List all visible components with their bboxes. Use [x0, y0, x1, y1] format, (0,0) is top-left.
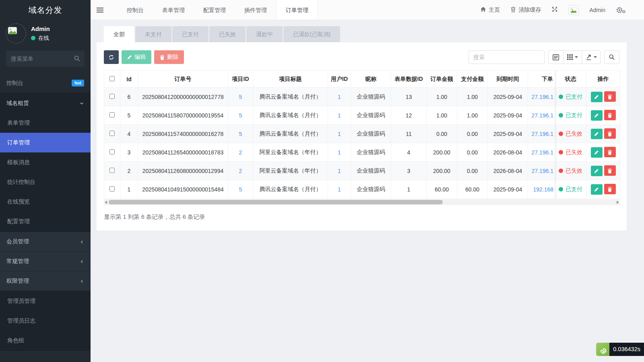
fullscreen-button[interactable] [551, 6, 558, 14]
cell-user-id-link[interactable]: 1 [328, 180, 351, 199]
horizontal-scrollbar[interactable] [104, 199, 620, 205]
column-header-form-data-id[interactable]: 表单数据ID [391, 71, 427, 88]
navbar-username[interactable]: Admin [589, 7, 605, 13]
column-header-project-title[interactable]: 项目标题 [253, 71, 328, 88]
delete-row-button[interactable] [604, 184, 616, 194]
cell-project-id-link[interactable]: 5 [228, 180, 253, 199]
sidebar-item-stats-console[interactable]: 统计控制台 [0, 172, 91, 192]
sidebar-item-config-manage[interactable]: 配置管理 [0, 212, 91, 231]
cell-order-ip-link[interactable]: 27.196.1 [528, 162, 555, 180]
table-search-input[interactable] [469, 50, 545, 64]
filter-tab-expired[interactable]: 已失效 [209, 26, 246, 42]
settings-gears-icon[interactable] [616, 6, 626, 14]
cell-pay-amount: 1.00 [457, 106, 488, 125]
clear-cache-link[interactable]: 清除缓存 [510, 6, 541, 14]
delete-row-button[interactable] [604, 91, 616, 102]
column-header-nickname[interactable]: 昵称 [351, 71, 391, 88]
column-header-user-id[interactable]: 用户ID [328, 71, 351, 88]
delete-button[interactable]: 删除 [154, 50, 184, 64]
column-header-order-amount[interactable]: 订单金额 [427, 71, 457, 88]
sidebar-item-admin-manage[interactable]: 管理员管理 [0, 291, 91, 311]
column-header-order-ip[interactable]: 下单 [528, 71, 555, 88]
cell-user-id-link[interactable]: 1 [328, 143, 351, 162]
filter-tab-all[interactable]: 全部 [104, 26, 134, 42]
sidebar-item-permission-manage[interactable]: 权限管理 [0, 271, 91, 291]
column-header-id[interactable]: Id [120, 71, 138, 88]
row-checkbox[interactable] [109, 186, 115, 191]
sidebar-item-domain-lease[interactable]: 域名租赁 [0, 93, 91, 113]
filter-tab-refunding[interactable]: 退款中 [246, 26, 283, 42]
cell-project-id-link[interactable]: 2 [228, 162, 253, 180]
home-link[interactable]: 主页 [480, 6, 500, 14]
row-checkbox[interactable] [109, 112, 115, 117]
scroll-right-arrow-icon[interactable] [617, 201, 619, 204]
top-tab-plugin-manage[interactable]: 插件管理 [235, 0, 276, 20]
navbar-avatar[interactable] [568, 5, 579, 15]
sidebar-item-dashboard[interactable]: 控制台 hot [0, 73, 91, 93]
delete-row-button[interactable] [604, 147, 616, 157]
cell-order-ip-link[interactable]: 27.196.1 [528, 125, 555, 143]
top-tab-dashboard[interactable]: 控制台 [118, 0, 153, 20]
cell-project-id-link[interactable]: 5 [228, 125, 253, 143]
sidebar-item-template-message[interactable]: 模板消息 [0, 152, 91, 172]
edit-row-button[interactable] [591, 110, 603, 121]
delete-row-button[interactable] [604, 128, 616, 139]
cell-order-ip-link[interactable]: 27.196.1 [528, 106, 555, 125]
cell-project-id-link[interactable]: 2 [228, 143, 253, 162]
sidebar-item-general-manage[interactable]: 常规管理 [0, 251, 91, 271]
top-tab-config-manage[interactable]: 配置管理 [194, 0, 235, 20]
select-all-checkbox[interactable] [109, 76, 115, 81]
avatar[interactable] [6, 23, 26, 43]
sidebar-item-label: 会员管理 [6, 238, 29, 245]
caret-down-icon [575, 56, 578, 58]
cell-project-id-link[interactable]: 5 [228, 88, 253, 106]
sidebar-item-online-preview[interactable]: 在线预览 [0, 192, 91, 212]
menu-search-input[interactable] [6, 51, 85, 67]
row-checkbox[interactable] [109, 149, 115, 154]
sidebar-item-order-manage[interactable]: 订单管理 [0, 133, 91, 152]
edit-row-button[interactable] [591, 129, 603, 139]
row-checkbox[interactable] [109, 94, 115, 99]
menu-toggle-button[interactable] [97, 0, 110, 20]
sidebar-item-admin-log[interactable]: 管理员日志 [0, 311, 91, 331]
cell-user-id-link[interactable]: 1 [328, 88, 351, 106]
cell-user-id-link[interactable]: 1 [328, 106, 351, 125]
edit-row-button[interactable] [591, 147, 603, 158]
expand-arrows-icon [551, 6, 558, 14]
sidebar-item-role-group[interactable]: 角色组 [0, 331, 91, 350]
edit-row-button[interactable] [591, 166, 603, 176]
sidebar-item-member-manage[interactable]: 会员管理 [0, 232, 91, 251]
scroll-left-arrow-icon[interactable] [105, 201, 107, 204]
column-header-order-no[interactable]: 订单号 [138, 71, 228, 88]
column-header-project-id[interactable]: 项目ID [228, 71, 253, 88]
cell-order-ip-link[interactable]: 192.168 [528, 180, 555, 199]
cell-project-id-link[interactable]: 5 [228, 106, 253, 125]
cell-order-ip-link[interactable]: 27.196.1 [528, 143, 555, 162]
scrollbar-thumb[interactable] [109, 200, 443, 204]
filter-tab-paid[interactable]: 已支付 [172, 26, 208, 42]
top-tab-form-manage[interactable]: 表单管理 [153, 0, 194, 20]
cell-order-amount: 1.00 [427, 106, 457, 125]
cell-user-id-link[interactable]: 1 [328, 162, 351, 180]
cell-order-ip-link[interactable]: 27.196.1 [528, 88, 555, 106]
edit-row-button[interactable] [591, 92, 603, 102]
row-checkbox[interactable] [109, 168, 115, 173]
filter-tab-unpaid[interactable]: 未支付 [135, 26, 171, 42]
delete-row-button[interactable] [604, 110, 616, 120]
delete-row-button[interactable] [604, 165, 616, 176]
filter-tab-refunded[interactable]: 已退款(已取消) [283, 26, 340, 42]
columns-dropdown-button[interactable] [564, 50, 582, 64]
column-header-expire-time[interactable]: 到期时间 [488, 71, 528, 88]
sidebar-item-form-manage[interactable]: 表单管理 [0, 113, 91, 133]
column-header-pay-amount[interactable]: 支付金额 [457, 71, 488, 88]
top-tab-order-manage[interactable]: 订单管理 [276, 0, 318, 20]
export-dropdown-button[interactable] [582, 50, 601, 64]
column-header-status[interactable]: 状态 [555, 71, 586, 88]
search-toggle-button[interactable] [604, 50, 619, 64]
refresh-button[interactable] [104, 50, 119, 64]
edit-button[interactable]: 编辑 [122, 50, 151, 64]
edit-row-button[interactable] [591, 184, 603, 195]
detail-view-button[interactable] [548, 50, 564, 64]
row-checkbox[interactable] [109, 131, 115, 136]
cell-user-id-link[interactable]: 1 [328, 125, 351, 143]
